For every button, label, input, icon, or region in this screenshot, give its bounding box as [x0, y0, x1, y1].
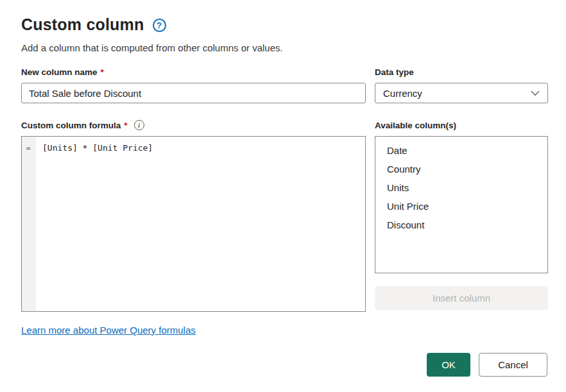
ok-button[interactable]: OK	[427, 353, 470, 377]
formula-gutter: =	[22, 137, 35, 311]
custom-column-dialog: Custom column ? Add a column that is com…	[0, 0, 566, 377]
info-icon: i	[134, 120, 144, 130]
formula-label: Custom column formula * i	[21, 120, 366, 130]
cancel-button[interactable]: Cancel	[479, 353, 547, 377]
new-column-name-cell	[21, 83, 366, 103]
available-columns-label: Available column(s)	[375, 120, 548, 130]
dialog-subtitle: Add a column that is computed from other…	[21, 42, 547, 53]
page-title: Custom column	[21, 15, 144, 34]
learn-more-cell: Learn more about Power Query formulas	[21, 312, 366, 336]
help-icon[interactable]: ?	[153, 19, 166, 32]
required-asterisk: *	[124, 121, 127, 130]
spacer	[21, 103, 366, 120]
data-type-cell: Currency	[375, 83, 548, 103]
list-item[interactable]: Units	[375, 178, 547, 197]
dialog-body: New column name * Data type Currency	[21, 67, 547, 336]
data-type-label-text: Data type	[375, 67, 414, 77]
new-column-name-input[interactable]	[21, 83, 366, 103]
data-type-label: Data type	[375, 67, 548, 77]
list-item[interactable]: Date	[375, 141, 547, 160]
spacer	[375, 103, 548, 120]
available-columns-label-text: Available column(s)	[375, 121, 456, 130]
list-item[interactable]: Discount	[375, 216, 547, 234]
spacer	[375, 312, 548, 336]
title-row: Custom column ?	[21, 15, 547, 34]
new-column-name-label-text: New column name	[21, 67, 98, 77]
data-type-selected-value: Currency	[383, 88, 422, 99]
learn-more-link[interactable]: Learn more about Power Query formulas	[21, 325, 196, 336]
new-column-name-label: New column name *	[21, 67, 366, 77]
formula-code[interactable]: [Units] * [Unit Price]	[35, 137, 365, 311]
formula-editor[interactable]: = [Units] * [Unit Price]	[21, 136, 366, 312]
dialog-footer: OK Cancel	[21, 353, 547, 377]
available-columns-list: Date Country Units Unit Price Discount	[375, 136, 548, 273]
list-item[interactable]: Unit Price	[375, 197, 547, 216]
equals-sign: =	[26, 144, 30, 311]
list-item[interactable]: Country	[375, 160, 547, 178]
required-asterisk: *	[101, 67, 104, 77]
chevron-down-icon	[531, 90, 540, 96]
insert-column-button[interactable]: Insert column	[375, 286, 548, 310]
data-type-dropdown[interactable]: Currency	[375, 83, 548, 103]
formula-label-text: Custom column formula	[21, 121, 121, 130]
available-columns-cell: Date Country Units Unit Price Discount I…	[375, 136, 548, 312]
